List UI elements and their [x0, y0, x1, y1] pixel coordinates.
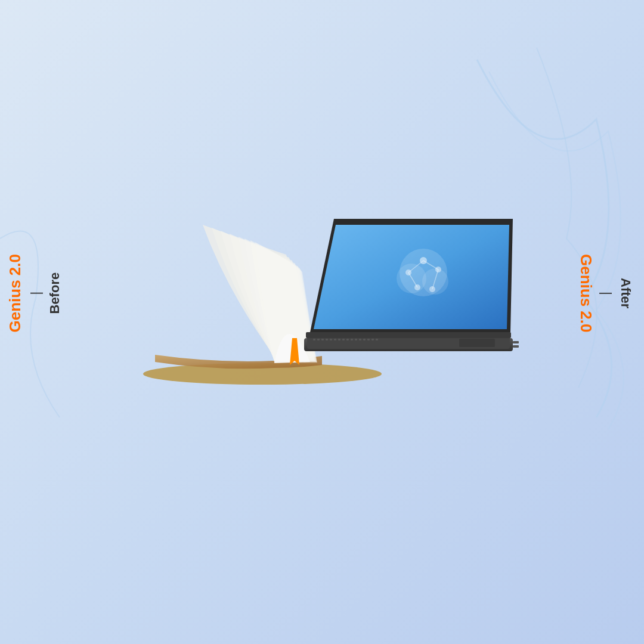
svg-rect-71 — [346, 339, 349, 340]
book-laptop-svg — [107, 195, 537, 392]
right-genius-text: Genius 2.0 — [577, 254, 595, 333]
svg-rect-73 — [355, 339, 357, 340]
svg-rect-75 — [363, 339, 366, 340]
left-before-text: Before — [47, 273, 63, 314]
svg-rect-77 — [371, 339, 374, 340]
svg-rect-80 — [513, 341, 519, 343]
svg-rect-65 — [321, 339, 324, 340]
side-label-right: After | Genius 2.0 — [577, 254, 638, 333]
svg-rect-74 — [359, 339, 361, 340]
left-genius-text: Genius 2.0 — [6, 254, 24, 333]
page-wrapper: Webstrot® Next-Generation IT Solutions — [0, 0, 644, 644]
book-laptop-illustration — [107, 195, 537, 392]
svg-rect-72 — [351, 339, 353, 340]
svg-rect-78 — [376, 339, 378, 340]
svg-rect-63 — [313, 339, 315, 340]
svg-rect-69 — [338, 339, 340, 340]
svg-point-84 — [397, 264, 426, 293]
svg-rect-82 — [306, 332, 511, 338]
svg-rect-64 — [317, 339, 320, 340]
svg-rect-68 — [334, 339, 336, 340]
svg-rect-66 — [326, 339, 328, 340]
side-labels: Genius 2.0 | Before — [0, 141, 644, 445]
right-after-text: After — [618, 278, 633, 308]
svg-rect-79 — [459, 339, 495, 347]
right-pipe: | — [599, 292, 614, 295]
side-label-left: Genius 2.0 | Before — [6, 254, 67, 333]
svg-rect-81 — [513, 345, 519, 348]
svg-rect-76 — [367, 339, 370, 340]
svg-rect-70 — [342, 339, 345, 340]
svg-point-85 — [422, 268, 448, 295]
svg-rect-67 — [330, 339, 332, 340]
left-pipe: | — [28, 292, 44, 295]
